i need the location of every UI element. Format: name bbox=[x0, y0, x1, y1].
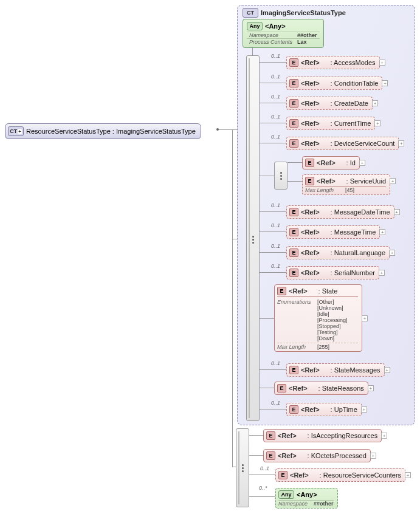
connector-line bbox=[232, 129, 233, 239]
ct-badge-icon: CT bbox=[243, 8, 258, 18]
expand-toggle[interactable]: + bbox=[390, 178, 396, 184]
cardinality: 0..1 bbox=[271, 243, 280, 249]
connector-line bbox=[260, 103, 286, 103]
container-title-text: ImagingServiceStatusType bbox=[261, 9, 346, 16]
element-badge-icon: E bbox=[289, 366, 298, 374]
element-badge-icon: E bbox=[278, 471, 287, 479]
cardinality: 0..1 bbox=[271, 263, 280, 269]
cardinality: 0..1 bbox=[271, 222, 280, 228]
ref-deviceservicecount: E <Ref> : DeviceServiceCount + bbox=[286, 137, 399, 150]
ref-isacceptingresources: E <Ref> : IsAcceptingResources + bbox=[263, 429, 382, 442]
any-badge-icon: Any bbox=[278, 490, 294, 499]
ref-keyword: <Ref> bbox=[289, 385, 308, 392]
element-badge-icon: E bbox=[277, 287, 286, 295]
ref-keyword: <Ref> bbox=[301, 120, 320, 127]
ref-koctetsprocessed: E <Ref> : KOctetsProcessed + bbox=[263, 449, 371, 462]
ref-keyword: <Ref> bbox=[301, 100, 320, 107]
expand-toggle[interactable]: + bbox=[398, 140, 404, 146]
cardinality: 0..1 bbox=[271, 360, 280, 366]
connector-line bbox=[219, 129, 237, 130]
ref-statemessages: E <Ref> : StateMessages + bbox=[286, 363, 385, 377]
expand-toggle[interactable]: + bbox=[381, 433, 387, 439]
expand-toggle[interactable]: + bbox=[362, 315, 368, 321]
expand-toggle[interactable]: + bbox=[359, 160, 365, 166]
expand-toggle[interactable]: + bbox=[389, 250, 395, 256]
imaging-service-status-container: CT ImagingServiceStatusType Any <Any> Na… bbox=[237, 5, 415, 425]
expand-toggle[interactable]: + bbox=[374, 120, 380, 126]
ref-keyword: <Ref> bbox=[317, 159, 336, 166]
connector-line bbox=[260, 409, 286, 409]
element-badge-icon: E bbox=[289, 208, 298, 216]
connector-line bbox=[249, 496, 275, 497]
element-badge-icon: E bbox=[289, 228, 298, 236]
cardinality: 0..1 bbox=[271, 400, 280, 406]
connector-line bbox=[260, 272, 286, 273]
ref-keyword: <Ref> bbox=[301, 140, 320, 147]
element-badge-icon: E bbox=[305, 177, 314, 185]
expand-toggle[interactable]: + bbox=[372, 100, 378, 106]
cardinality: 0..1 bbox=[271, 53, 280, 59]
cardinality: 0..1 bbox=[271, 202, 280, 208]
connector-line bbox=[260, 318, 274, 319]
element-badge-icon: E bbox=[305, 159, 314, 167]
sequence-box bbox=[246, 55, 260, 421]
element-badge-icon: E bbox=[289, 248, 298, 257]
ref-keyword: <Ref> bbox=[301, 80, 320, 87]
ref-uptime: E <Ref> : UpTime + bbox=[286, 403, 362, 416]
expand-toggle[interactable]: + bbox=[379, 60, 385, 66]
expand-toggle[interactable]: + bbox=[368, 385, 374, 391]
element-badge-icon: E bbox=[289, 99, 298, 108]
connector-line bbox=[260, 211, 286, 212]
cardinality: 0..1 bbox=[260, 465, 269, 471]
ref-resourceservicecounters: E <Ref> : ResourceServiceCounters + bbox=[275, 468, 405, 482]
any-badge-icon: Any bbox=[247, 22, 263, 30]
choice-box bbox=[274, 162, 287, 190]
ref-keyword: <Ref> bbox=[301, 208, 320, 216]
connector-line bbox=[249, 455, 263, 456]
container-title: CT ImagingServiceStatusType bbox=[243, 7, 410, 20]
ref-currenttime: E <Ref> : CurrentTime + bbox=[286, 117, 375, 130]
expand-toggle[interactable]: + bbox=[379, 229, 385, 235]
any-table: Namespace##other Process ContentsLax bbox=[247, 32, 320, 45]
expand-toggle[interactable]: + bbox=[382, 80, 388, 86]
ref-state: E <Ref> : State Enumerations [Other] [Un… bbox=[274, 284, 362, 352]
cardinality-star: 0..* bbox=[259, 485, 267, 491]
ref-accessmodes: E <Ref> : AccessModes + bbox=[286, 56, 380, 69]
any-label: <Any> bbox=[297, 491, 317, 498]
element-badge-icon: E bbox=[289, 269, 298, 277]
connector-line bbox=[249, 475, 275, 475]
ref-keyword: <Ref> bbox=[278, 452, 297, 459]
expand-toggle[interactable]: + bbox=[370, 453, 376, 459]
expand-toggle[interactable]: + bbox=[394, 209, 400, 215]
expand-toggle[interactable]: + bbox=[405, 472, 411, 478]
ref-createdate: E <Ref> : CreateDate + bbox=[286, 97, 373, 110]
connector-line bbox=[287, 181, 302, 182]
connector-line bbox=[260, 123, 286, 123]
element-badge-icon: E bbox=[289, 139, 298, 148]
ref-messagedatetime: E <Ref> : MessageDateTime + bbox=[286, 205, 394, 219]
ref-naturallanguage: E <Ref> : NaturalLanguage + bbox=[286, 246, 390, 259]
connector-line bbox=[260, 388, 274, 388]
element-badge-icon: E bbox=[289, 58, 298, 67]
ref-keyword: <Ref> bbox=[278, 432, 297, 439]
any-block-bottom: Any <Any> Namespace ##other bbox=[275, 488, 338, 509]
expand-toggle[interactable]: + bbox=[361, 406, 367, 413]
connector-line bbox=[260, 231, 286, 232]
connector-line bbox=[249, 435, 263, 436]
element-badge-icon: E bbox=[289, 405, 298, 414]
ref-keyword: <Ref> bbox=[301, 228, 320, 236]
any-label: <Any> bbox=[265, 22, 286, 30]
ref-keyword: <Ref> bbox=[301, 59, 320, 66]
any-block: Any <Any> Namespace##other Process Conte… bbox=[243, 19, 324, 48]
ref-conditiontable: E <Ref> : ConditionTable + bbox=[286, 77, 382, 90]
expand-toggle[interactable]: + bbox=[379, 270, 385, 276]
ref-keyword: <Ref> bbox=[289, 287, 308, 295]
expand-toggle[interactable]: + bbox=[384, 367, 390, 373]
element-badge-icon: E bbox=[289, 119, 298, 128]
connector-line bbox=[232, 239, 233, 467]
element-badge-icon: E bbox=[289, 79, 298, 87]
diagram-root: CT+ ResourceServiceStatusType : ImagingS… bbox=[5, 5, 415, 509]
connector-line bbox=[287, 162, 302, 163]
cardinality: 0..1 bbox=[271, 74, 280, 80]
sequence-box-bottom bbox=[236, 428, 249, 507]
